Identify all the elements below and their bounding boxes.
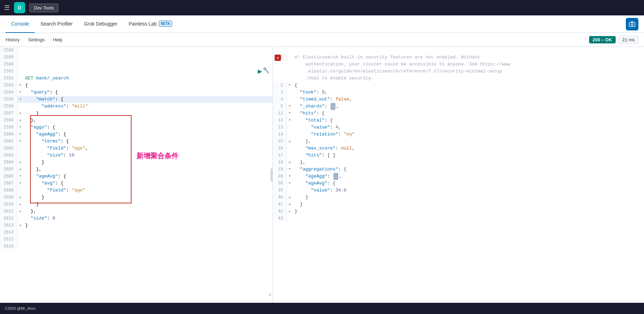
- resp-fold-toggle[interactable]: ▲: [287, 201, 292, 208]
- editor-line: 2601▼ "terms": {: [0, 138, 273, 145]
- resp-fold-toggle[interactable]: ▼: [287, 166, 292, 173]
- fold-toggle: [17, 145, 23, 152]
- editor-line: 2605▲ },: [0, 166, 273, 173]
- line-content: {: [23, 82, 273, 89]
- resp-line-number: 17: [273, 152, 287, 159]
- resp-fold-toggle[interactable]: ▼: [287, 117, 292, 124]
- fold-toggle[interactable]: ▼: [17, 82, 23, 89]
- line-content: GET bank/_search: [23, 75, 273, 82]
- fold-toggle[interactable]: ▼: [17, 89, 23, 96]
- line-number: 2605: [0, 166, 17, 173]
- line-number: 2610: [0, 201, 17, 208]
- editor-line: 2592GET bank/_search: [0, 75, 273, 82]
- resp-content: }: [292, 201, 644, 208]
- editor-line: 2612 "size": 0: [0, 215, 273, 222]
- line-number: 2591: [0, 68, 17, 75]
- resp-line-number: 38: [273, 180, 287, 187]
- dev-tools-button[interactable]: Dev Tools: [29, 4, 58, 12]
- tab-grok-debugger[interactable]: Grok Debugger: [78, 15, 123, 33]
- menu-icon[interactable]: ☰: [4, 4, 10, 12]
- line-content: "aggs": {: [23, 124, 273, 131]
- response-line: 20▼ "ageAgg": …,: [273, 173, 644, 180]
- response-line: 16 "max_score": null,: [273, 145, 644, 152]
- line-content: },: [23, 166, 273, 173]
- fold-toggle[interactable]: ▼: [17, 138, 23, 145]
- line-number: 2612: [0, 215, 17, 222]
- line-content: [23, 68, 273, 75]
- resp-line-number: 42: [273, 208, 287, 215]
- resp-fold-toggle[interactable]: ▼: [287, 110, 292, 117]
- line-content: [23, 54, 273, 61]
- resp-fold-toggle[interactable]: ▼: [287, 82, 292, 89]
- fold-toggle[interactable]: ▼: [17, 124, 23, 131]
- logo: D: [14, 2, 25, 13]
- resp-fold-toggle[interactable]: ▼: [287, 103, 292, 110]
- camera-icon[interactable]: [626, 18, 638, 30]
- fold-toggle[interactable]: ▲: [17, 159, 23, 166]
- resp-line-number: 19: [273, 166, 287, 173]
- resp-line-number: 39: [273, 187, 287, 194]
- editor-line: 2595▼ "match": {: [0, 96, 273, 103]
- line-number: 2609: [0, 194, 17, 201]
- fold-toggle[interactable]: ▼: [17, 96, 23, 103]
- resp-line-number: 18: [273, 159, 287, 166]
- fold-toggle: [17, 103, 23, 110]
- annotation-text: 新增聚合条件: [136, 151, 178, 161]
- fold-toggle[interactable]: ▲: [17, 222, 23, 229]
- line-number: 2603: [0, 152, 17, 159]
- fold-toggle[interactable]: ▼: [17, 173, 23, 180]
- resp-content: "ageAgg": …,: [292, 173, 644, 180]
- response-line: 1#! Elasticsearch built-in security feat…: [273, 54, 644, 61]
- resp-fold-toggle[interactable]: ▲: [287, 138, 292, 145]
- resp-content: authentication, your cluster could be ac…: [292, 61, 644, 68]
- resp-content: "value": 34.0: [292, 187, 644, 194]
- line-number: 2592: [0, 75, 17, 82]
- editor-line: 2606▼ "ageAvg": {: [0, 173, 273, 180]
- resp-line-number: 13: [273, 124, 287, 131]
- wrench-button[interactable]: 🔧: [263, 67, 270, 74]
- response-line: 40▲ }: [273, 194, 644, 201]
- fold-toggle[interactable]: ▼: [17, 180, 23, 187]
- editor-line: 2596 "address": "mill": [0, 103, 273, 110]
- line-number: 2598: [0, 117, 17, 124]
- editor-pane[interactable]: 25882589259025912592GET bank/_search2593…: [0, 47, 273, 303]
- fold-toggle[interactable]: ▲: [17, 117, 23, 124]
- error-badge: ✕: [275, 55, 281, 61]
- fold-toggle[interactable]: ▲: [17, 194, 23, 201]
- response-line: .html to enable security.: [273, 75, 644, 82]
- fold-toggle[interactable]: ▲: [17, 110, 23, 117]
- resp-content: .elastic.co/guide/en/elasticsearch/refer…: [292, 68, 644, 75]
- resp-fold-toggle[interactable]: ▼: [287, 180, 292, 187]
- fold-toggle[interactable]: ▲: [17, 208, 23, 215]
- editor-line: 2608 "field": "age": [0, 187, 273, 194]
- history-button[interactable]: History: [6, 37, 20, 42]
- tab-console[interactable]: Console: [6, 15, 35, 33]
- editor-line: 2609▲ }: [0, 194, 273, 201]
- resp-fold-toggle[interactable]: ▲: [287, 194, 292, 201]
- editor-line: 2597▲ }: [0, 110, 273, 117]
- resp-line-number: 12: [273, 117, 287, 124]
- resp-fold-toggle[interactable]: ▲: [287, 159, 292, 166]
- response-line: 17 "hits": [ ]: [273, 152, 644, 159]
- line-content: },: [23, 117, 273, 124]
- resp-fold-toggle[interactable]: ▼: [287, 173, 292, 180]
- resp-fold-toggle[interactable]: ▲: [287, 208, 292, 215]
- resp-content: "total": {: [292, 117, 644, 124]
- line-content: [23, 229, 273, 236]
- divider-handle[interactable]: ⋮: [270, 168, 273, 182]
- fold-toggle[interactable]: ▲: [17, 166, 23, 173]
- line-content: "field": "age": [23, 187, 273, 194]
- resp-line-number: 40: [273, 194, 287, 201]
- resp-content: "value": 4,: [292, 124, 644, 131]
- settings-button[interactable]: Settings: [28, 37, 44, 42]
- resp-content: "aggregations": {: [292, 166, 644, 173]
- response-pane: ✕ 1#! Elasticsearch built-in security fe…: [273, 47, 644, 303]
- tab-painless-lab[interactable]: Painless Lab BETA: [123, 15, 178, 33]
- resp-line-number: 20: [273, 173, 287, 180]
- help-button[interactable]: Help: [53, 37, 62, 42]
- fold-toggle[interactable]: ▲: [17, 201, 23, 208]
- tab-search-profiler[interactable]: Search Profiler: [35, 15, 78, 33]
- run-button[interactable]: ▶: [258, 67, 262, 76]
- fold-toggle[interactable]: ▼: [17, 131, 23, 138]
- line-number: 2594: [0, 89, 17, 96]
